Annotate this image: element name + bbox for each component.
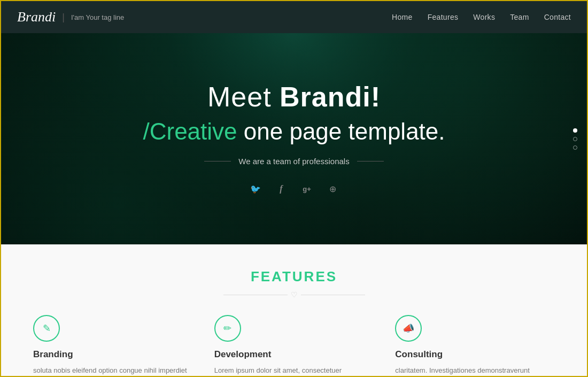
development-title: Development [214,349,374,360]
slide-dot-1[interactable] [573,128,577,133]
google-plus-icon[interactable]: g+ [299,181,315,197]
development-text: Lorem ipsum dolor sit amet, consectetuer… [214,365,374,377]
facebook-icon[interactable]: f [273,181,289,197]
nav-menu: Home Features Works Team Contact [392,12,571,22]
features-grid: ✎ Branding soluta nobis eleifend option … [33,315,555,377]
nav-team[interactable]: Team [510,13,529,21]
social-icons: 🐦 f g+ ⊕ [143,181,445,197]
brand: Brandi | I'am Your tag line [17,9,124,25]
hero-content: Meet Brandi! /Creative one page template… [143,81,445,197]
hero-subtitle: /Creative one page template. [143,118,445,145]
features-section: FEATURES ♡ ✎ Branding soluta nobis eleif… [1,244,587,377]
hero-subtitle-accent: /Creative [143,118,237,144]
consulting-title: Consulting [395,349,555,360]
features-divider: ♡ [33,290,555,299]
navbar: Brandi | I'am Your tag line Home Feature… [1,1,587,33]
brand-tagline: I'am Your tag line [71,13,124,21]
nav-works[interactable]: Works [473,13,495,21]
feature-card-development: ✏ Development Lorem ipsum dolor sit amet… [214,315,374,377]
web-icon[interactable]: ⊕ [324,181,341,197]
consulting-icon: 📣 [395,315,422,342]
branding-icon: ✎ [33,315,60,342]
nav-home[interactable]: Home [392,13,413,21]
slide-dot-2[interactable] [573,137,577,141]
hero-title-prefix: Meet [207,81,280,112]
brand-logo[interactable]: Brandi [17,9,56,25]
brand-separator: | [62,12,65,23]
slider-dots [573,128,577,150]
heart-icon: ♡ [288,290,301,299]
consulting-text: claritatem. Investigationes demonstraver… [395,365,555,377]
branding-text: soluta nobis eleifend option congue nihi… [33,365,193,377]
twitter-icon[interactable]: 🐦 [247,181,264,197]
hero-title: Meet Brandi! [143,81,445,113]
feature-card-branding: ✎ Branding soluta nobis eleifend option … [33,315,193,377]
hero-title-bold: Brandi! [280,81,381,112]
slide-dot-3[interactable] [573,145,577,150]
hero-subtitle-rest: one page template. [237,118,445,144]
features-header: FEATURES ♡ [33,268,555,299]
features-title: FEATURES [33,268,555,285]
feature-card-consulting: 📣 Consulting claritatem. Investigationes… [395,315,555,377]
hero-section: Meet Brandi! /Creative one page template… [1,33,587,244]
development-icon: ✏ [214,315,241,342]
hero-tagline: We are a team of professionals [143,157,445,166]
nav-contact[interactable]: Contact [544,13,571,21]
branding-title: Branding [33,349,193,360]
nav-features[interactable]: Features [428,13,459,21]
